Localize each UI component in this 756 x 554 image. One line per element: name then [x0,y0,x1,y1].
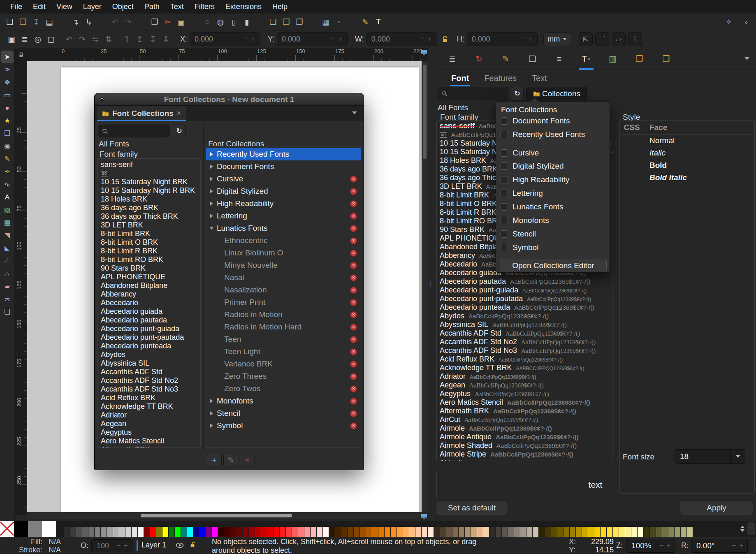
color-swatch[interactable] [508,527,514,537]
color-swatch[interactable] [95,527,100,537]
color-swatch[interactable] [206,527,211,537]
collection-row[interactable]: Teen [206,333,361,345]
color-swatch[interactable] [193,527,199,537]
expander-triangle-icon[interactable] [210,424,213,428]
tweak-tool[interactable]: ☄ [1,255,14,267]
collection-row[interactable]: High Readability [206,197,361,210]
font-family-item[interactable]: AegeanAaBbCcIiPpQq12369$€¢?·/() [437,381,612,389]
x-decrement[interactable]: − [242,35,249,43]
font-family-item[interactable]: AkkadianAaBbCcIiPpQq12369$€¢?·/() [437,459,612,461]
lower-to-bottom-icon[interactable]: ⇩ [160,33,172,45]
color-swatch[interactable] [119,527,125,537]
rotate-ccw-icon[interactable]: ↶ [63,33,75,45]
opacity-field[interactable]: 100 − + [91,539,132,552]
font-family-item[interactable]: Aegean [97,420,200,428]
color-swatch[interactable] [391,527,397,537]
font-family-item[interactable]: AirCutAaBbCcIiPpQq12369$€¢?·/() [437,415,612,424]
tab-font-collections[interactable]: A Font Collections × [97,106,186,121]
remove-collection-icon[interactable] [350,385,357,392]
checkbox[interactable] [501,117,508,125]
flip-vertical-icon[interactable]: ⇅ [102,33,115,45]
toolbar-icon[interactable] [96,16,108,28]
pen-tool[interactable]: ✒ [1,165,14,178]
color-swatch[interactable] [230,527,236,537]
redo-icon[interactable]: ↷ [122,16,135,28]
gradient-tool[interactable]: ▧ [1,204,14,216]
color-swatch[interactable] [212,527,218,537]
flip-horizontal-icon[interactable]: ⇋ [89,33,102,45]
height-field[interactable]: 0.000 − + [467,32,538,46]
set-as-default-button[interactable]: Set as default [436,501,508,515]
color-swatch[interactable] [76,527,82,537]
color-swatch[interactable] [150,527,156,537]
lock-ratio-icon[interactable] [442,36,448,42]
h-increment[interactable]: + [526,35,534,43]
collection-row[interactable]: Monofonts [206,395,361,407]
raise-icon[interactable]: ↥ [134,33,146,45]
x-field[interactable]: 0.000 − + [190,32,260,46]
menu-item[interactable]: Edit [28,0,51,14]
apply-button[interactable]: Apply [680,501,753,515]
palette-menu-button[interactable]: ≡ [747,522,755,536]
unlink-clone-icon[interactable]: ❒ [293,16,306,28]
font-family-item[interactable]: Aftermath BRK [97,445,200,448]
font-family-item[interactable]: AegyptusAaBbCcIiPpQq12369$€¢?·/() [437,389,612,398]
display-mode-icon[interactable] [420,49,428,56]
font-family-item[interactable]: AbydosAaBbCcIiPpQq12369$€¢?·/() [437,312,612,320]
color-swatch[interactable] [372,527,378,537]
scale-pattern-toggle-icon[interactable]: ⁞ [628,32,642,46]
remove-collection-icon[interactable] [350,398,357,405]
color-swatch[interactable] [88,527,94,537]
color-swatch[interactable] [582,527,588,537]
checkbox[interactable] [501,217,508,224]
color-swatch[interactable] [237,527,242,537]
color-swatch[interactable] [668,527,674,537]
font-family-item[interactable]: Abyssinica SILAaBbCcIiPpQq12369$€¢?·/() [437,320,612,329]
remove-collection-icon[interactable] [350,287,357,294]
refresh-button[interactable]: ↻ [511,87,524,100]
color-swatch[interactable] [397,527,403,537]
checkbox[interactable] [501,230,508,238]
swatches-icon[interactable]: ▥ [605,50,620,68]
font-family-item[interactable]: Airmole ShadedAaBbCcIiPpQq12369$€¢?·/() [437,441,612,450]
calligraphy-tool[interactable]: ∿ [1,178,14,191]
vertical-scrollbar[interactable] [422,61,428,512]
color-swatch[interactable] [348,527,353,537]
collection-row[interactable]: Ethnocentric [206,234,361,247]
color-swatch[interactable] [601,527,606,537]
text-font-icon[interactable]: T× [579,50,594,68]
font-family-item[interactable]: Abydos [97,350,200,359]
lower-icon[interactable]: ↧ [147,33,159,45]
collection-checkbox-row[interactable]: Recently Used Fonts [496,127,610,141]
font-family-item[interactable]: 10 15 Saturday Night BRK [97,178,200,186]
font-family-item[interactable]: Acknowledge TT BRKAaBbCcIiPpQq12369$€¢?·… [437,364,612,372]
open-document-icon[interactable]: ❒ [17,16,29,28]
select-all-icon[interactable]: ▣ [5,33,18,45]
layer-visibility-icon[interactable] [176,542,184,548]
current-layer-label[interactable]: Layer 1 [141,541,166,549]
remove-collection-icon[interactable] [350,237,357,244]
close-tab-icon[interactable]: × [177,109,181,118]
document-properties-icon[interactable]: ❏ [525,50,540,68]
color-swatch[interactable] [564,527,569,537]
group-icon[interactable]: ▦ [320,16,332,28]
swatch-black[interactable] [14,521,28,537]
collection-checkbox-row[interactable]: Cursive [496,146,610,159]
menu-item[interactable]: Help [267,0,293,14]
layer-lock-icon[interactable] [190,541,195,548]
create-clone-icon[interactable]: ❒ [280,16,292,28]
color-swatch[interactable] [113,527,119,537]
zoom-page-width-icon[interactable]: ▮ [241,16,253,28]
connector-tool[interactable]: ≍ [1,293,14,306]
deselect-icon[interactable]: ◎ [32,33,44,45]
font-family-item[interactable]: Accanthis ADF Std No2 [97,376,200,385]
font-family-item[interactable]: Acid Reflux BRK [97,394,200,402]
color-swatch[interactable] [675,527,680,537]
color-swatch[interactable] [329,527,335,537]
toolbar-icon[interactable] [306,16,319,28]
swatch-white[interactable] [42,521,56,537]
color-swatch[interactable] [415,527,421,537]
font-family-item[interactable]: AirmoleAaBbCcIiPpQq12369$€¢?·/() [437,424,612,433]
font-search-input[interactable] [438,87,508,100]
scale-corners-toggle-icon[interactable]: ⌒ [595,32,609,46]
